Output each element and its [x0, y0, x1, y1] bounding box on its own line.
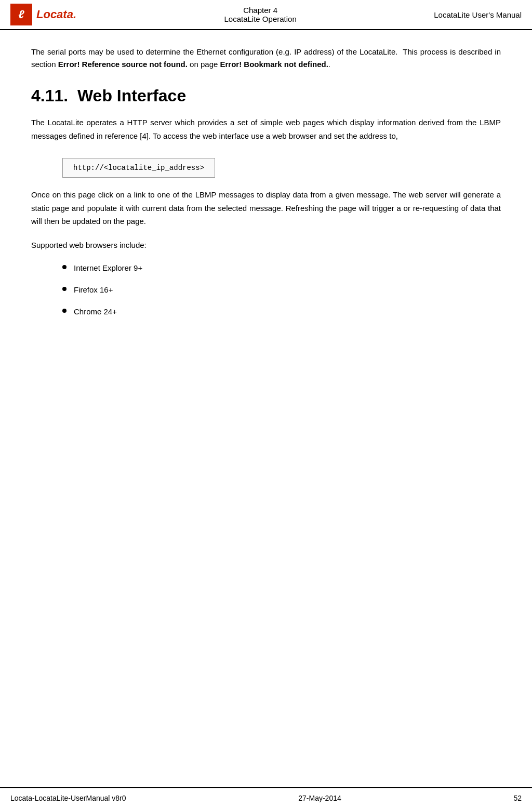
bullet-dot: [62, 265, 66, 269]
list-item: Chrome 24+: [62, 306, 501, 318]
footer-left: Locata-LocataLite-UserManual v8r0: [10, 794, 126, 802]
bullet-dot: [62, 309, 66, 313]
code-block: http://<locatalite_ip_address>: [62, 158, 215, 178]
list-item: Firefox 16+: [62, 284, 501, 296]
footer-right: 52: [513, 794, 522, 802]
page-header: ℓ Locata. Chapter 4 LocataLite Operation…: [0, 0, 532, 30]
intro-paragraph: The serial ports may be used to determin…: [31, 46, 501, 71]
section-para1: The LocataLite operates a HTTP server wh…: [31, 116, 501, 142]
page-footer: Locata-LocataLite-UserManual v8r0 27-May…: [0, 787, 532, 808]
section-title: Web Interface: [77, 86, 186, 105]
header-center: Chapter 4 LocataLite Operation: [87, 6, 434, 23]
browser-item-3: Chrome 24+: [74, 306, 117, 318]
browser-list: Internet Explorer 9+ Firefox 16+ Chrome …: [62, 262, 501, 318]
supported-label: Supported web browsers include:: [31, 239, 501, 252]
logo-box: ℓ: [10, 4, 32, 25]
browser-item-1: Internet Explorer 9+: [74, 262, 142, 274]
logo-text: Locata.: [36, 8, 76, 21]
header-chapter: Chapter 4: [87, 6, 434, 15]
bullet-dot: [62, 287, 66, 291]
footer-center: 27-May-2014: [298, 794, 341, 802]
list-item: Internet Explorer 9+: [62, 262, 501, 274]
section-heading: 4.11. Web Interface: [31, 86, 501, 105]
section-number: 4.11.: [31, 86, 68, 105]
header-manual-title: LocataLite User's Manual: [434, 10, 522, 19]
logo: ℓ Locata.: [10, 4, 76, 25]
section-para2: Once on this page click on a link to one…: [31, 188, 501, 228]
logo-icon: ℓ: [18, 8, 24, 21]
browser-item-2: Firefox 16+: [74, 284, 113, 296]
error-ref-bold: Error! Reference source not found.: [58, 60, 188, 69]
error-bookmark-bold: Error! Bookmark not defined.: [220, 60, 328, 69]
header-subtitle: LocataLite Operation: [87, 15, 434, 23]
main-content: The serial ports may be used to determin…: [0, 30, 532, 369]
